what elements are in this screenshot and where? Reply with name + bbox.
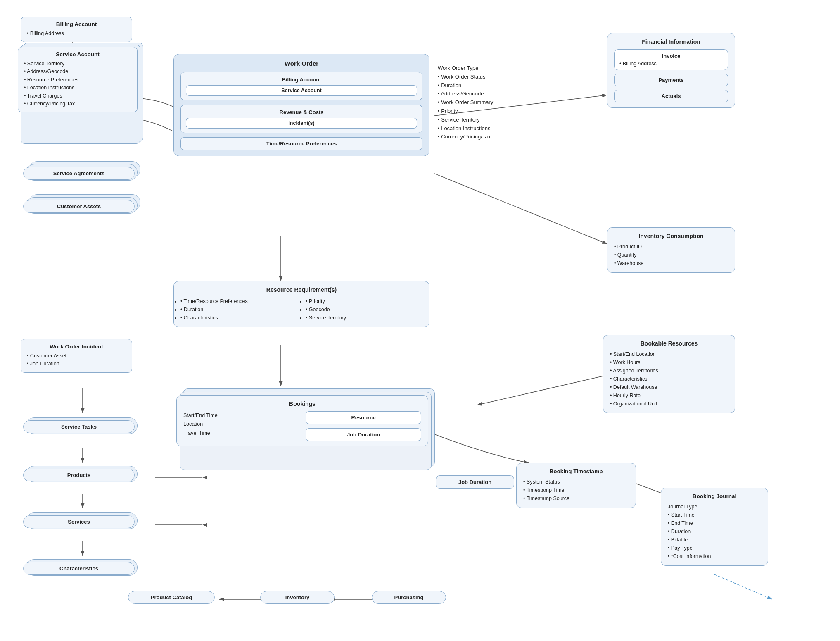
svg-line-18 — [714, 574, 772, 599]
service-account-list: Service Territory Address/Geocode Resour… — [24, 60, 131, 108]
svg-line-8 — [477, 376, 603, 405]
resource-requirements-cols: • Time/Resource Preferences • Duration •… — [180, 297, 422, 322]
work-order-incident-box: Work Order Incident Customer Asset Job D… — [21, 339, 132, 373]
booking-journal-list: Journal Type • Start Time • End Time • D… — [668, 503, 761, 560]
br-item-0: • Start/End Location — [610, 350, 728, 358]
wo-attr-3: • Address/Geocode — [438, 90, 553, 98]
booking-journal-title: Booking Journal — [668, 493, 761, 499]
wo-attr-2: • Duration — [438, 81, 553, 90]
billing-account-inner-box: Billing Account Service Account — [180, 72, 422, 100]
bookings-left-item-2: Travel Time — [183, 429, 299, 438]
bookings-right: Resource Job Duration — [306, 411, 421, 441]
booking-timestamp-title: Booking Timestamp — [523, 468, 629, 474]
wo-attr-7: • Location Instructions — [438, 124, 553, 133]
bj-item-4: • Billable — [668, 536, 761, 544]
bookable-resources-box: Bookable Resources • Start/End Location … — [603, 335, 735, 413]
bt-item-1: • Timestamp Time — [523, 486, 629, 494]
rr-list-left: • Time/Resource Preferences • Duration •… — [180, 297, 297, 322]
service-account-inner-label: Service Account — [186, 85, 417, 96]
inventory-bottom-pill: Inventory — [260, 591, 335, 604]
job-duration-standalone-box: Job Duration — [436, 475, 514, 489]
services-pill: Services — [23, 515, 135, 528]
br-item-6: • Organizational Unit — [610, 400, 728, 408]
bookings-left-item-0: Start/End Time — [183, 411, 299, 420]
rr-right-2: • Service Territory — [306, 314, 422, 322]
billing-account-top-title: Billing Account — [27, 21, 126, 27]
work-order-attrs-list: Work Order Type • Work Order Status • Du… — [438, 64, 553, 141]
customer-assets-pill: Customer Assets — [23, 200, 135, 213]
billing-account-top-box: Billing Account Billing Address — [21, 17, 132, 42]
work-order-outer-box: Work Order Billing Account Service Accou… — [173, 54, 429, 156]
woi-item-0: Customer Asset — [27, 352, 126, 360]
rr-right-1: • Geocode — [306, 305, 422, 314]
wo-attr-0: Work Order Type — [438, 64, 553, 73]
br-item-3: • Characteristics — [610, 375, 728, 383]
rr-right-0: • Priority — [306, 297, 422, 305]
wo-attr-4: • Work Order Summary — [438, 98, 553, 107]
payments-label: Payments — [614, 74, 728, 86]
incidents-inner-label: Incident(s) — [186, 118, 417, 129]
invoice-billing-address: • Billing Address — [619, 61, 723, 67]
bookings-content: Start/End Time Location Travel Time Reso… — [183, 411, 421, 441]
job-duration-standalone-label: Job Duration — [441, 479, 509, 485]
wo-attr-5: • Priority — [438, 107, 553, 116]
sa-item-3: Location Instructions — [24, 84, 131, 92]
service-account-title: Service Account — [24, 51, 131, 57]
revenue-costs-inner-label: Revenue & Costs — [186, 109, 417, 115]
financial-information-box: Financial Information Invoice • Billing … — [607, 33, 735, 108]
bj-item-2: • End Time — [668, 519, 761, 527]
inventory-consumption-title: Inventory Consumption — [614, 233, 728, 239]
products-pill: Products — [23, 469, 135, 481]
revenue-costs-inner-box: Revenue & Costs Incident(s) — [180, 105, 422, 133]
service-account-box: Service Account Service Territory Addres… — [18, 47, 138, 112]
inventory-consumption-box: Inventory Consumption • Product ID • Qua… — [607, 227, 735, 273]
sa-item-5: Currency/Pricing/Tax — [24, 100, 131, 108]
work-order-incident-list: Customer Asset Job Duration — [27, 352, 126, 368]
sa-item-0: Service Territory — [24, 60, 131, 68]
purchasing-pill: Purchasing — [372, 591, 446, 604]
rr-left-1: • Duration — [180, 305, 297, 314]
characteristics-pill: Characteristics — [23, 562, 135, 575]
booking-journal-box: Booking Journal Journal Type • Start Tim… — [661, 488, 768, 566]
work-order-attrs: Work Order Type • Work Order Status • Du… — [438, 64, 553, 141]
work-order-outer-title: Work Order — [180, 60, 422, 67]
bj-item-6: • *Cost Information — [668, 552, 761, 560]
actuals-label: Actuals — [614, 90, 728, 102]
resource-requirements-box: Resource Requirement(s) • Time/Resource … — [173, 281, 429, 327]
inventory-consumption-list: • Product ID • Quantity • Warehouse — [614, 243, 728, 267]
service-agreements-pill: Service Agreements — [23, 167, 135, 180]
bj-item-1: • Start Time — [668, 511, 761, 519]
sa-item-2: Resource Preferences — [24, 76, 131, 84]
wo-attr-8: • Currency/Pricing/Tax — [438, 133, 553, 141]
service-tasks-pill: Service Tasks — [23, 420, 135, 433]
bj-item-3: • Duration — [668, 527, 761, 536]
br-item-2: • Assigned Territories — [610, 367, 728, 375]
bt-item-2: • Timestamp Source — [523, 494, 629, 503]
ic-item-1: • Quantity — [614, 251, 728, 259]
rr-left-2: • Characteristics — [180, 314, 297, 322]
booking-timestamp-box: Booking Timestamp • System Status • Time… — [516, 463, 636, 508]
bookings-resource-label: Resource — [306, 411, 421, 424]
invoice-box: Invoice • Billing Address — [614, 49, 728, 70]
work-order-incident-title: Work Order Incident — [27, 343, 126, 350]
wo-attr-1: • Work Order Status — [438, 73, 553, 81]
bookings-job-duration-label: Job Duration — [306, 428, 421, 441]
wo-attr-6: • Service Territory — [438, 116, 553, 124]
ic-item-0: • Product ID — [614, 243, 728, 251]
svg-line-5 — [434, 174, 607, 244]
ic-item-2: • Warehouse — [614, 259, 728, 267]
bj-item-0: Journal Type — [668, 503, 761, 511]
booking-timestamp-list: • System Status • Timestamp Time • Times… — [523, 478, 629, 503]
billing-account-top-item-0: Billing Address — [27, 30, 126, 38]
financial-information-title: Financial Information — [614, 38, 728, 45]
bj-item-5: • Pay Type — [668, 544, 761, 552]
sa-item-1: Address/Geocode — [24, 68, 131, 76]
product-catalog-pill: Product Catalog — [128, 591, 215, 604]
bookable-resources-list: • Start/End Location • Work Hours • Assi… — [610, 350, 728, 408]
invoice-label: Invoice — [619, 53, 723, 59]
rr-left-0: • Time/Resource Preferences — [180, 297, 297, 305]
rr-list-right: • Priority • Geocode • Service Territory — [306, 297, 422, 322]
bookings-title: Bookings — [183, 400, 421, 407]
bookable-resources-title: Bookable Resources — [610, 340, 728, 347]
bookings-left-item-1: Location — [183, 420, 299, 429]
